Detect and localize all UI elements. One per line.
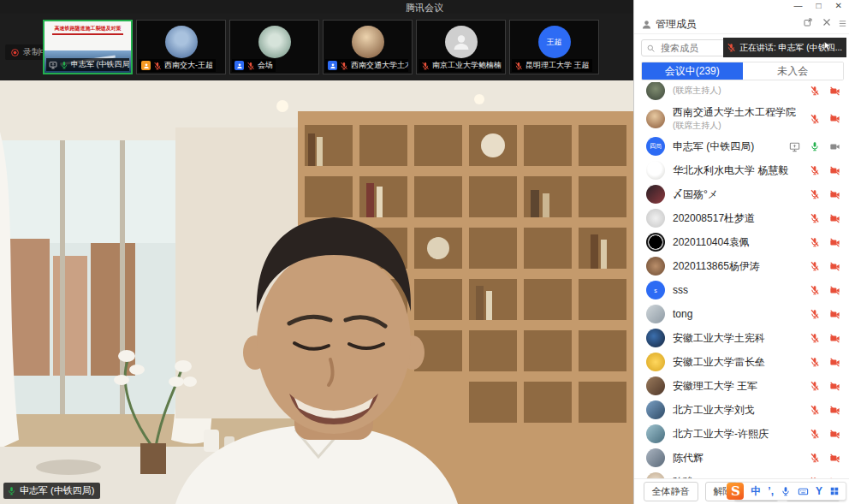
participant-role: (联席主持人) (673, 120, 810, 132)
thumbnail-participant[interactable]: 会场 (229, 20, 319, 74)
window-controls: — □ ✕ (794, 1, 842, 11)
camera-off-icon[interactable] (829, 285, 840, 296)
mic-on-icon (60, 61, 68, 69)
tab-not-joined[interactable]: 未入会 (743, 62, 844, 80)
camera-off-icon[interactable] (829, 261, 840, 272)
participant-name: 安徽工业大学雷长垒 (673, 355, 810, 370)
camera-off-icon[interactable] (829, 165, 840, 176)
mic-muted-icon[interactable] (810, 381, 820, 391)
avatar (646, 209, 665, 228)
mic-muted-icon[interactable] (810, 309, 820, 319)
grid-icon[interactable] (829, 486, 840, 496)
mic-muted-icon[interactable] (810, 114, 820, 124)
mic-muted-icon[interactable] (810, 261, 820, 271)
participant-row[interactable]: 安徽工业大学雷长垒 (634, 350, 849, 374)
thumbnail-label: 西南交通大学土木工.. (325, 59, 408, 72)
mic-muted-icon (421, 62, 430, 70)
mic-muted-icon[interactable] (810, 86, 820, 96)
thumbnail-label: 南京工业大学鲍楠楠 (419, 59, 502, 72)
camera-off-icon[interactable] (829, 429, 840, 440)
camera-off-icon[interactable] (829, 381, 840, 392)
participant-row[interactable]: (联席主持人) (634, 82, 849, 103)
title-bar (0, 0, 633, 14)
participant-row[interactable]: 华北水利水电大学 杨慧毅 (634, 158, 849, 182)
minimize-button[interactable]: — (794, 1, 803, 11)
thumbnail-participant[interactable]: 西南交通大学土木工.. (323, 20, 413, 74)
host-badge-icon (141, 61, 151, 70)
manage-members-panel: — □ ✕ 管理成员 正在讲话: 申志军 (中铁四... 会议中(2 (633, 0, 849, 504)
mic-muted-icon[interactable] (810, 405, 820, 415)
thumbnail-participant[interactable]: 南京工业大学鲍楠楠 (416, 20, 506, 74)
search-box[interactable] (641, 39, 727, 56)
camera-off-icon[interactable] (829, 405, 840, 416)
chinese-english-toggle-icon[interactable]: 中 (751, 486, 761, 496)
keyboard-icon[interactable] (798, 486, 809, 497)
voice-input-icon[interactable] (781, 486, 791, 496)
search-input[interactable] (659, 42, 722, 54)
thumbnail-label: 会场 (232, 59, 276, 72)
camera-off-icon[interactable] (829, 357, 840, 368)
participant-row[interactable]: 安徽工业大学土宪科 (634, 326, 849, 350)
mic-muted-icon[interactable] (810, 165, 820, 175)
mic-muted-icon[interactable] (810, 429, 820, 439)
screen-share-icon[interactable] (789, 141, 800, 152)
mic-on-icon[interactable] (810, 141, 820, 151)
participant-row[interactable]: 北方工业大学刘戈 (634, 398, 849, 422)
camera-off-icon[interactable] (829, 113, 840, 124)
sogou-logo-icon[interactable]: S (727, 483, 744, 500)
camera-off-icon[interactable] (829, 86, 840, 97)
camera-off-icon[interactable] (829, 309, 840, 320)
avatar: 王超 (538, 26, 571, 58)
participant-row[interactable]: 陈代辉 (634, 446, 849, 470)
avatar (352, 26, 384, 58)
thumbnail-participant[interactable]: 王超 昆明理工大学 王超 (509, 20, 599, 74)
mic-muted-icon[interactable] (810, 213, 820, 223)
apostrophe-icon[interactable]: ’, (768, 486, 774, 496)
participant-row[interactable]: s sss (634, 278, 849, 302)
participant-name: 西南交通大学土木工程学院 (673, 105, 810, 120)
participant-row[interactable]: 202008517杜梦道 (634, 206, 849, 230)
speaking-tooltip: 正在讲话: 申志军 (中铁四... (723, 38, 846, 57)
participant-row[interactable]: 西南交通大学土木工程学院 (联席主持人) (634, 103, 849, 134)
camera-off-icon[interactable] (829, 189, 840, 200)
avatar (646, 329, 665, 347)
participant-list[interactable]: (联席主持人) 西南交通大学土木工程学院 (联席主持人) 四局 申志军 (中铁四… (634, 82, 849, 478)
camera-off-icon[interactable] (829, 453, 840, 464)
mic-muted-icon[interactable] (810, 189, 820, 199)
search-icon (646, 44, 656, 53)
participant-name: 申志军 (中铁四局) (673, 139, 789, 154)
thumbnail-screen-share[interactable]: 高速铁路隧道施工裂缝及对策 申志军 (中铁四局) 的.. (43, 20, 133, 74)
mic-muted-icon[interactable] (810, 333, 820, 343)
toolbox-icon[interactable]: Y (816, 486, 822, 496)
participant-row[interactable]: 陈骏 (634, 470, 849, 478)
avatar-initials: 王超 (547, 37, 562, 48)
participant-row[interactable]: tong (634, 302, 849, 326)
mute-all-button[interactable]: 全体静音 (644, 482, 698, 501)
thumbnail-label: 昆明理工大学 王超 (512, 59, 592, 72)
close-window-button[interactable]: ✕ (835, 1, 842, 11)
camera-icon[interactable] (829, 141, 840, 152)
main-video: 申志军 (中铁四局) (0, 80, 633, 504)
participant-row[interactable]: 2020113865杨伊涛 (634, 254, 849, 278)
popout-icon[interactable] (803, 17, 813, 27)
camera-off-icon[interactable] (829, 237, 840, 248)
participant-row[interactable]: 安徽理工大学 王军 (634, 374, 849, 398)
mic-muted-icon[interactable] (810, 453, 820, 463)
panel-menu-icon[interactable] (838, 19, 847, 28)
participant-row[interactable]: 北方工业大学-许熙庆 (634, 422, 849, 446)
participant-row-self[interactable]: 四局 申志军 (中铁四局) (634, 134, 849, 158)
mic-muted-icon[interactable] (810, 237, 820, 247)
mic-on-icon (7, 486, 16, 495)
participant-row[interactable]: 2020110404袁佩 (634, 230, 849, 254)
camera-off-icon[interactable] (829, 333, 840, 344)
maximize-button[interactable]: □ (816, 1, 822, 11)
mic-muted-icon[interactable] (810, 357, 820, 367)
avatar-initials: s (654, 288, 657, 294)
mic-muted-icon[interactable] (810, 285, 820, 295)
close-panel-icon[interactable] (822, 17, 832, 27)
camera-off-icon[interactable] (829, 213, 840, 224)
thumbnail-participant[interactable]: 西南交大-王超 (136, 20, 226, 74)
thumbnail-label: 西南交大-王超 (139, 59, 216, 72)
tab-in-meeting[interactable]: 会议中(239) (642, 62, 743, 80)
participant-row[interactable]: 〆国殇°メ (634, 182, 849, 206)
